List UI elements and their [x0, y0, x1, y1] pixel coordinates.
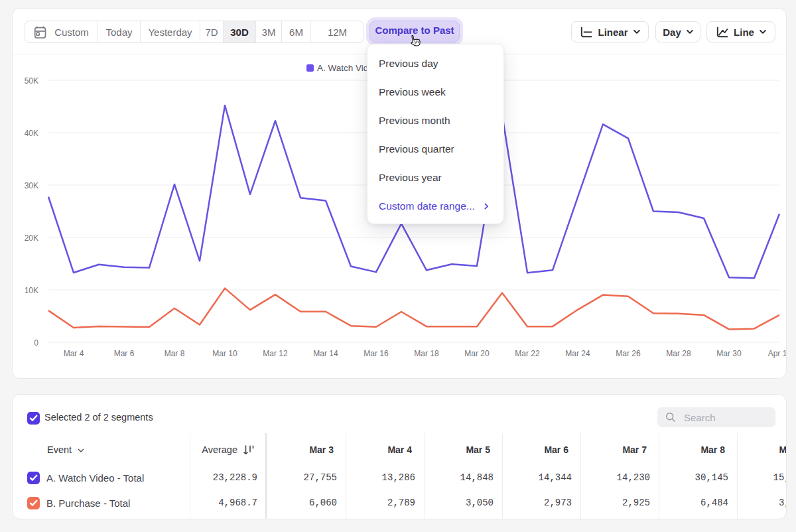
- svg-text:Mar 8: Mar 8: [165, 349, 185, 358]
- svg-text:Mar 22: Mar 22: [515, 349, 540, 358]
- svg-text:20K: 20K: [25, 233, 38, 243]
- svg-text:Mar 30: Mar 30: [716, 349, 742, 358]
- svg-text:Mar 14: Mar 14: [313, 349, 338, 358]
- svg-text:Apr 1: Apr 1: [768, 349, 786, 358]
- svg-text:Mar 20: Mar 20: [464, 349, 490, 358]
- svg-text:Mar 10: Mar 10: [212, 349, 237, 358]
- svg-text:10K: 10K: [25, 286, 38, 295]
- svg-text:Mar 4: Mar 4: [64, 349, 84, 358]
- svg-text:Mar 24: Mar 24: [565, 349, 590, 358]
- svg-text:50K: 50K: [25, 76, 38, 86]
- svg-text:Mar 12: Mar 12: [263, 349, 288, 358]
- svg-text:Mar 26: Mar 26: [616, 349, 641, 358]
- svg-text:0: 0: [34, 338, 38, 348]
- svg-text:30K: 30K: [25, 181, 38, 190]
- svg-text:Mar 6: Mar 6: [114, 349, 135, 358]
- svg-text:Mar 18: Mar 18: [414, 349, 439, 358]
- svg-text:Mar 16: Mar 16: [364, 349, 389, 358]
- svg-text:40K: 40K: [25, 129, 38, 138]
- svg-text:Mar 28: Mar 28: [666, 349, 691, 358]
